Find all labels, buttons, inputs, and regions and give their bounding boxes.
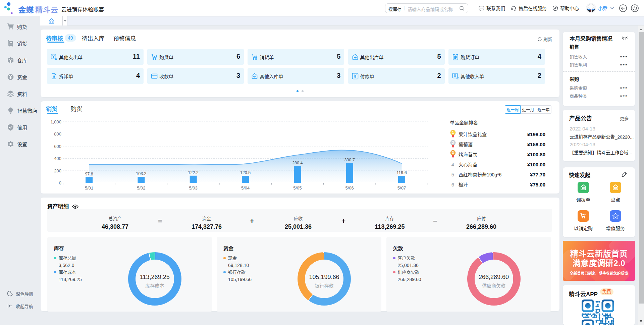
svg-text:5/04: 5/04 <box>241 185 250 191</box>
svg-text:5/05: 5/05 <box>293 185 302 191</box>
svg-text:97.8: 97.8 <box>85 172 93 176</box>
svg-text:5/01: 5/01 <box>85 185 93 191</box>
svg-text:330.7: 330.7 <box>344 158 355 162</box>
svg-text:103.2: 103.2 <box>136 171 146 176</box>
svg-text:0: 0 <box>59 180 61 185</box>
svg-text:3: 3 <box>452 151 454 155</box>
svg-text:280.4: 280.4 <box>292 161 303 165</box>
svg-text:200: 200 <box>54 168 61 173</box>
svg-text:119.6: 119.6 <box>396 170 407 175</box>
svg-text:5/02: 5/02 <box>137 185 145 191</box>
svg-text:5/06: 5/06 <box>345 185 354 191</box>
svg-text:120.5: 120.5 <box>240 170 251 175</box>
svg-text:2: 2 <box>452 141 454 145</box>
svg-text:1,000: 1,000 <box>50 119 61 124</box>
svg-text:1: 1 <box>452 130 454 134</box>
svg-text:400: 400 <box>54 156 61 161</box>
svg-text:600: 600 <box>54 144 61 149</box>
svg-text:122.2: 122.2 <box>188 170 199 175</box>
svg-text:5/07: 5/07 <box>397 185 406 191</box>
svg-text:5/03: 5/03 <box>189 185 198 191</box>
svg-text:800: 800 <box>54 131 61 137</box>
